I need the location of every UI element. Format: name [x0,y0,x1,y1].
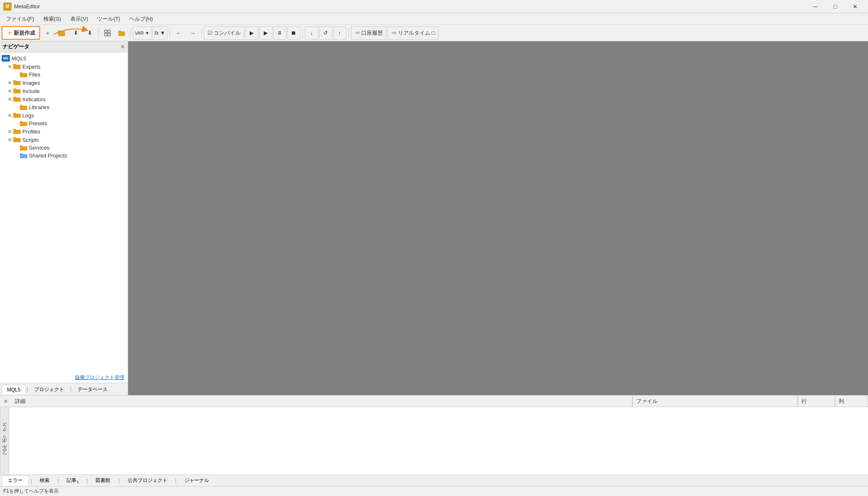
step-into-button[interactable]: ↓ [305,26,318,40]
var-button[interactable]: VAR ▼ [133,26,152,40]
step-over-button[interactable]: ↺ [319,26,332,40]
navigator-close-button[interactable]: ✕ [120,43,125,50]
back-button[interactable]: ← [172,26,185,40]
toolbar: ＋ 新規作成 ＋ ⬇ ⬇ [0,25,868,41]
sep5 [303,28,303,38]
svg-rect-1 [58,31,61,32]
open-button[interactable] [55,26,68,40]
svg-rect-20 [20,105,23,106]
grid-button[interactable] [101,26,114,40]
bottom-tab-library[interactable]: 図書館 [89,475,117,486]
editor-area [128,41,868,395]
bottom-tab-search[interactable]: 検索 [33,475,56,486]
new-file-button[interactable]: ＋ 新規作成 [2,26,40,40]
tree-item-profiles[interactable]: ⊞ Profiles [0,127,128,136]
expand-logs-icon[interactable]: ⊞ [7,112,13,119]
bottom-tab-journal[interactable]: ジャーナル [178,475,215,486]
window-controls: ─ □ ✕ [806,0,865,13]
sep4 [201,28,202,38]
tree-item-files[interactable]: Files [0,71,128,79]
stop-button[interactable]: ⏹ [287,26,300,40]
status-bar: F1を押してヘルプを表示 [0,486,868,496]
tree-item-scripts[interactable]: ⊞ Scripts [0,136,128,144]
expand-images-icon[interactable]: ⊞ [7,79,13,86]
side-toolbox-tab[interactable]: ツールボックス [0,407,9,475]
bottom-panel: ✕ 詳細 ファイル 行 列 ツールボックス エラー | 検索 | 記事1 | 図… [0,395,868,486]
sep3 [169,28,170,38]
expand-include-icon[interactable]: ⊞ [7,88,13,94]
svg-rect-18 [13,97,16,98]
menu-view[interactable]: 表示(V) [66,14,92,24]
svg-rect-17 [13,98,21,102]
run-button[interactable]: ▶ [245,26,258,40]
bottom-tabs: エラー | 検索 | 記事1 | 図書館 | 公共プロジェクト | ジャーナル [0,475,868,486]
svg-rect-22 [13,113,16,114]
navigator-title: ナビゲータ [2,43,29,50]
status-text: F1を押してヘルプを表示 [3,488,59,495]
tree-item-presets[interactable]: Presets [0,119,128,127]
tree-root-mql5[interactable]: M5 MQL5 [0,54,128,62]
save-as-button[interactable]: ⬇ [83,26,96,40]
svg-rect-24 [20,121,23,122]
account-history-button[interactable]: ⇒ 口座履歴 [351,26,387,40]
menu-file[interactable]: ファイル(F) [2,14,38,24]
col-header-col: 列 [835,396,868,407]
pause-button[interactable]: ⏸ [273,26,286,40]
title-bar-left: M MetaEditor [3,2,40,11]
tab-database[interactable]: データベース [72,384,113,395]
tree-item-include[interactable]: ⊞ Include [0,87,128,95]
svg-rect-9 [13,64,16,65]
svg-rect-21 [13,114,21,118]
tree-item-experts[interactable]: ⊞ Experts [0,62,128,71]
run2-button[interactable]: ▶ [259,26,272,40]
tree-item-libraries[interactable]: Libraries [0,103,128,111]
bottom-tab-error[interactable]: エラー [2,475,29,486]
folder-logs-icon [13,112,21,118]
menu-tools[interactable]: ツール(T) [93,14,124,24]
add-button[interactable]: ＋ [41,26,54,40]
tree-item-shared-projects[interactable]: Shared Projects [0,152,128,160]
expand-indicators-icon[interactable]: ⊞ [7,96,13,103]
menu-search[interactable]: 検索(S) [39,14,65,24]
svg-rect-14 [13,80,16,81]
bottom-tab-public-projects[interactable]: 公共プロジェクト [122,475,174,486]
maximize-button[interactable]: □ [826,0,845,13]
tab-mql5[interactable]: MQL5 [2,385,26,394]
mql5-icon: M5 [2,55,10,62]
folder-shared-icon [20,153,27,159]
folder-experts-icon [13,64,21,69]
bottom-panel-close[interactable]: ✕ [2,397,10,405]
svg-rect-8 [13,65,21,69]
compile-button[interactable]: ☑ コンパイル [204,26,244,40]
expand-scripts-icon[interactable]: ⊞ [7,136,13,143]
tree-label-files: Files [29,72,40,78]
bottom-tab-articles[interactable]: 記事1 [60,475,85,486]
bottom-panel-header: ✕ 詳細 ファイル 行 列 [0,396,868,407]
folder-indicators-icon [13,96,21,102]
forward-button[interactable]: → [186,26,199,40]
menu-help[interactable]: ヘルプ(H) [125,14,157,24]
folder-button[interactable] [115,26,128,40]
fx-button[interactable]: fx ▼ [153,26,167,40]
tree-label-shared-projects: Shared Projects [29,153,67,159]
tree-item-logs[interactable]: ⊞ Logs [0,111,128,119]
tree-item-images[interactable]: ⊞ Images [0,79,128,87]
tab-sep1: | [26,386,29,392]
collab-link[interactable]: 協働プロジェクト管理 [0,372,128,383]
minimize-button[interactable]: ─ [806,0,825,13]
close-button[interactable]: ✕ [846,0,865,13]
tab-project[interactable]: プロジェクト [29,384,69,395]
folder-scripts-icon [13,137,21,143]
tree-label-scripts: Scripts [22,137,39,143]
expand-profiles-icon[interactable]: ⊞ [7,128,13,135]
save-button[interactable]: ⬇ [69,26,82,40]
tree-item-services[interactable]: Services [0,144,128,152]
svg-rect-23 [20,122,27,126]
app-icon: M [3,2,12,11]
svg-rect-32 [20,153,23,155]
svg-rect-4 [105,33,107,36]
realtime-button[interactable]: ⇒ リアルタイム □ [387,26,439,40]
expand-experts-icon[interactable]: ⊞ [7,63,13,70]
step-out-button[interactable]: ↑ [333,26,346,40]
tree-item-indicators[interactable]: ⊞ Indicators [0,95,128,103]
